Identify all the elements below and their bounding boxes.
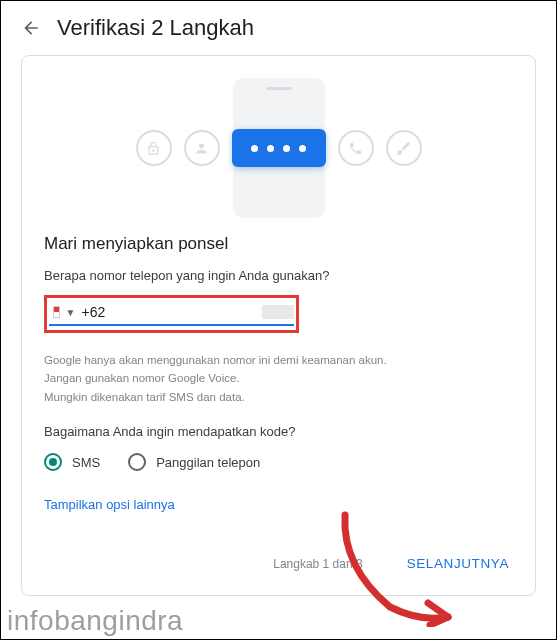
step-indicator: Langkab 1 dari 3 (273, 557, 362, 571)
hint-line-1: Google hanya akan menggunakan nomor ini … (44, 351, 513, 369)
hint-line-3: Mungkin dikenakan tarif SMS dan data. (44, 388, 513, 406)
phone-number-input[interactable] (81, 304, 256, 320)
phone-input-highlight: ▼ (44, 295, 299, 333)
method-question: Bagaimana Anda ingin mendapatkan kode? (44, 424, 513, 439)
back-button[interactable] (21, 18, 41, 38)
lock-icon (136, 130, 172, 166)
phone-question: Berapa nomor telepon yang ingin Anda gun… (44, 268, 513, 283)
section-heading: Mari menyiapkan ponsel (44, 234, 513, 254)
radio-sms-label: SMS (72, 455, 100, 470)
person-icon (184, 130, 220, 166)
show-more-options-link[interactable]: Tampilkan opsi lainnya (44, 497, 175, 512)
radio-call-label: Panggilan telepon (156, 455, 260, 470)
arrow-left-icon (21, 18, 41, 38)
radio-group: SMS Panggilan telepon (44, 453, 513, 471)
phone-input-row: ▼ (49, 300, 294, 326)
country-flag-indonesia[interactable] (53, 306, 60, 318)
illustration (44, 78, 513, 218)
radio-sms[interactable] (44, 453, 62, 471)
hint-text: Google hanya akan menggunakan nomor ini … (44, 351, 513, 406)
page-header: Verifikasi 2 Langkah (1, 1, 556, 55)
card-footer: Langkab 1 dari 3 SELANJUTNYA (44, 550, 513, 577)
radio-option-call[interactable]: Panggilan telepon (128, 453, 260, 471)
censored-number (262, 305, 294, 319)
page-title: Verifikasi 2 Langkah (57, 15, 254, 41)
next-button[interactable]: SELANJUTNYA (403, 550, 513, 577)
key-icon (386, 130, 422, 166)
hint-line-2: Jangan gunakan nomor Google Voice. (44, 369, 513, 387)
radio-call[interactable] (128, 453, 146, 471)
radio-option-sms[interactable]: SMS (44, 453, 100, 471)
phone-icon (338, 130, 374, 166)
setup-card: Mari menyiapkan ponsel Berapa nomor tele… (21, 55, 536, 596)
country-dropdown-caret[interactable]: ▼ (66, 307, 76, 318)
watermark: infobangindra (7, 605, 183, 637)
password-pill-icon (232, 129, 326, 167)
